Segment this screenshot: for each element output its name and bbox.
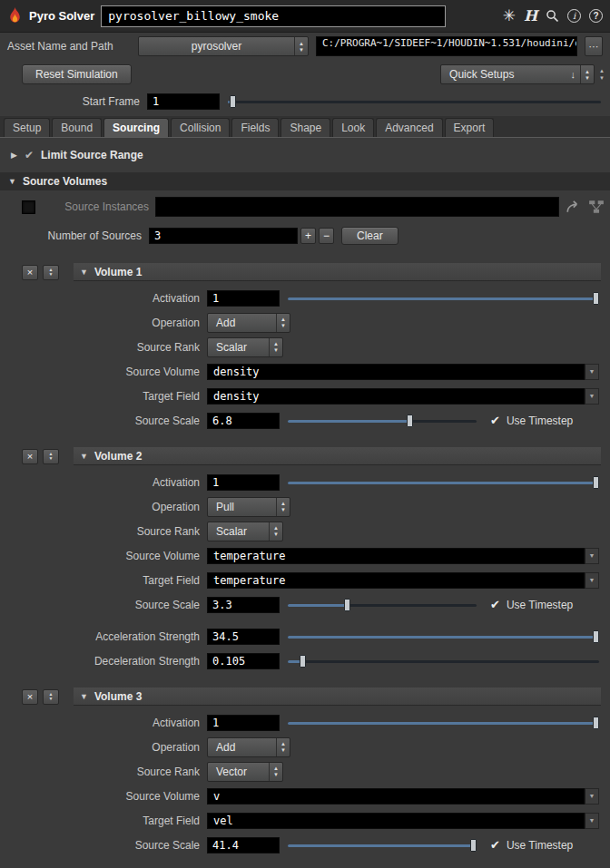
- tab-bound[interactable]: Bound: [52, 118, 102, 137]
- volume-1-header[interactable]: ▼ Volume 1: [74, 263, 601, 281]
- reorder-volume-button[interactable]: ▲▼: [43, 449, 59, 464]
- acceleration-strength-input[interactable]: [207, 629, 280, 645]
- reorder-volume-button[interactable]: ▲▼: [43, 689, 59, 705]
- deceleration-strength-slider[interactable]: [288, 654, 599, 668]
- source-scale-slider[interactable]: [288, 598, 477, 612]
- volume-3-header[interactable]: ▼ Volume 3: [74, 688, 601, 706]
- dropdown-arrow-icon[interactable]: ▼: [585, 788, 599, 805]
- tab-export[interactable]: Export: [445, 118, 495, 137]
- add-source-button[interactable]: +: [300, 228, 316, 244]
- asset-settings-icon[interactable]: ✳: [503, 8, 516, 24]
- dropdown-arrow-icon[interactable]: ▼: [585, 548, 599, 564]
- tab-look[interactable]: Look: [332, 118, 374, 137]
- slider-handle[interactable]: [470, 839, 477, 852]
- source-scale-slider[interactable]: [288, 414, 477, 428]
- acceleration-strength-slider[interactable]: [288, 629, 599, 644]
- tab-sourcing[interactable]: Sourcing: [103, 118, 169, 137]
- use-timestep-checkbox[interactable]: ✔: [490, 839, 500, 851]
- help-icon[interactable]: ?: [589, 9, 603, 23]
- source-scale-input[interactable]: [207, 413, 280, 429]
- op-chooser-icon[interactable]: [588, 199, 605, 215]
- use-timestep-checkbox[interactable]: ✔: [490, 599, 500, 610]
- slider-handle[interactable]: [230, 95, 236, 108]
- section-check-icon[interactable]: ✔: [25, 149, 34, 161]
- source-rank-dropdown[interactable]: Scalar ▲▼: [207, 522, 283, 541]
- slider-handle[interactable]: [344, 599, 350, 611]
- path-more-button[interactable]: ⋯: [585, 36, 603, 56]
- spinner-icon[interactable]: ▲▼: [276, 498, 290, 516]
- tab-shape[interactable]: Shape: [280, 118, 330, 137]
- collapse-down-icon[interactable]: ▼: [8, 177, 16, 186]
- source-instances-input[interactable]: [155, 197, 559, 217]
- source-volume-input[interactable]: [207, 548, 585, 564]
- delete-volume-button[interactable]: ×: [22, 449, 38, 464]
- source-instances-checkbox[interactable]: [22, 200, 35, 214]
- activation-slider[interactable]: [288, 716, 599, 730]
- activation-slider[interactable]: [288, 475, 599, 490]
- dropdown-arrow-icon[interactable]: ▼: [585, 388, 599, 405]
- clear-sources-button[interactable]: Clear: [341, 227, 398, 245]
- source-volume-input[interactable]: [207, 788, 585, 805]
- target-field-input[interactable]: [207, 388, 585, 405]
- operation-dropdown[interactable]: Add ▲▼: [207, 737, 290, 757]
- source-volumes-section-header[interactable]: ▼ Source Volumes: [0, 172, 610, 190]
- spinner-icon[interactable]: ▲▼: [269, 763, 282, 781]
- number-of-sources-input[interactable]: [149, 228, 298, 244]
- houdini-logo-icon[interactable]: H: [524, 7, 537, 24]
- panel-spinner-icon[interactable]: ▲▼: [599, 68, 605, 81]
- operation-dropdown[interactable]: Pull ▲▼: [207, 497, 290, 517]
- source-rank-dropdown[interactable]: Scalar ▲▼: [207, 337, 283, 357]
- source-volume-input[interactable]: [207, 364, 585, 380]
- activation-input[interactable]: [207, 474, 280, 491]
- target-field-input[interactable]: [207, 572, 585, 589]
- asset-select[interactable]: pyrosolver ▲▼: [138, 36, 309, 56]
- slider-handle[interactable]: [593, 476, 599, 489]
- start-frame-slider[interactable]: [228, 94, 601, 109]
- use-timestep-checkbox[interactable]: ✔: [490, 414, 500, 426]
- tab-setup[interactable]: Setup: [4, 118, 50, 137]
- volume-2-header[interactable]: ▼ Volume 2: [74, 447, 601, 465]
- spinner-icon[interactable]: ▲▼: [269, 522, 282, 541]
- reset-simulation-button[interactable]: Reset Simulation: [22, 64, 132, 84]
- activation-input[interactable]: [207, 290, 280, 307]
- search-icon[interactable]: [546, 9, 559, 23]
- node-name-input[interactable]: [101, 5, 446, 27]
- tab-fields[interactable]: Fields: [231, 118, 279, 137]
- spinner-icon[interactable]: ▲▼: [276, 738, 290, 756]
- source-scale-input[interactable]: [207, 837, 280, 853]
- target-field-input[interactable]: [207, 813, 585, 829]
- start-frame-input[interactable]: [147, 93, 220, 110]
- spinner-icon[interactable]: ▲▼: [269, 338, 282, 356]
- operation-dropdown[interactable]: Add ▲▼: [207, 313, 290, 333]
- activation-row: Activation: [0, 286, 610, 310]
- spinner-icon[interactable]: ▲▼: [276, 314, 290, 332]
- info-icon[interactable]: i: [567, 9, 581, 23]
- spinner-icon[interactable]: ▲▼: [580, 65, 594, 83]
- reorder-volume-button[interactable]: ▲▼: [43, 265, 59, 280]
- dropdown-arrow-icon[interactable]: ▼: [585, 572, 599, 589]
- spinner-icon[interactable]: ▲▼: [294, 37, 308, 55]
- limit-source-range-section[interactable]: ▶ ✔ Limit Source Range: [0, 141, 610, 169]
- activation-input[interactable]: [207, 715, 280, 731]
- source-scale-input[interactable]: [207, 597, 280, 613]
- collapse-right-icon[interactable]: ▶: [11, 151, 17, 160]
- dropdown-arrow-icon[interactable]: ▼: [585, 364, 599, 380]
- slider-handle[interactable]: [300, 655, 306, 668]
- dropdown-arrow-icon[interactable]: ▼: [585, 813, 599, 829]
- source-rank-dropdown[interactable]: Vector ▲▼: [207, 762, 283, 782]
- tab-advanced[interactable]: Advanced: [376, 118, 442, 137]
- asset-path-field[interactable]: C:/PROGRA~1/SIDEEF~1/HOUDIN~1.531/houdin…: [316, 36, 577, 56]
- tab-collision[interactable]: Collision: [171, 118, 230, 137]
- slider-handle[interactable]: [593, 717, 599, 729]
- delete-volume-button[interactable]: ×: [22, 689, 38, 705]
- deceleration-strength-input[interactable]: [207, 653, 280, 669]
- slider-handle[interactable]: [407, 414, 413, 427]
- slider-handle[interactable]: [593, 292, 599, 305]
- slider-handle[interactable]: [593, 630, 599, 643]
- quick-setups-menu[interactable]: Quick Setups ↓ ▲▼: [440, 64, 595, 84]
- activation-slider[interactable]: [288, 291, 599, 306]
- remove-source-button[interactable]: −: [319, 228, 334, 244]
- op-jump-icon[interactable]: [566, 199, 582, 215]
- source-scale-slider[interactable]: [288, 838, 477, 853]
- delete-volume-button[interactable]: ×: [22, 265, 38, 280]
